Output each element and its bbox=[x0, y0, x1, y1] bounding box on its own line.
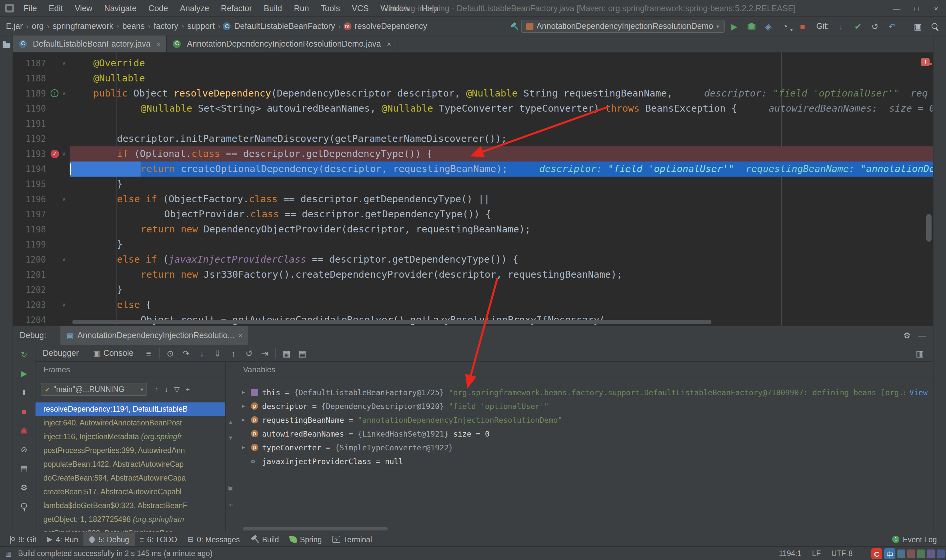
thread-dump-button[interactable]: ▤ bbox=[17, 462, 31, 475]
show-execution-point-icon[interactable]: ⊙ bbox=[162, 346, 178, 360]
toolwindow-button-1-project[interactable]: 1: Project bbox=[2, 35, 10, 56]
toolwindow-button-0-messages[interactable]: ⊟0: Messages bbox=[182, 532, 245, 546]
fold-arrow-icon[interactable]: ∨ bbox=[62, 86, 66, 101]
editor-tab-annotationdependencyinjectionresolutiondemo-java[interactable]: CAnnotationDependencyInjectionResolution… bbox=[167, 35, 398, 52]
scrollbar-thumb[interactable] bbox=[926, 214, 932, 242]
toolwindow-button-4-run[interactable]: ▶4: Run bbox=[42, 532, 83, 546]
debugger-tab-console[interactable]: ▣Console bbox=[86, 345, 141, 361]
mute-breakpoints-button[interactable]: ⊘ bbox=[17, 443, 31, 456]
code-editor[interactable]: 1187∨@Override1188@Nullable1189↑∨public … bbox=[13, 52, 933, 326]
debug-button[interactable] bbox=[744, 19, 758, 34]
code-text[interactable]: } bbox=[69, 282, 933, 297]
next-frame-icon[interactable]: ↓ bbox=[165, 385, 168, 394]
profiler-button[interactable]: ◔▾ bbox=[778, 19, 793, 34]
toolwindow-toggle-icon[interactable]: ▦ bbox=[5, 550, 11, 557]
resume-button[interactable]: ▶ bbox=[17, 367, 31, 380]
history-button[interactable]: ↺ bbox=[868, 19, 882, 34]
stop-button[interactable]: ■ bbox=[795, 19, 810, 34]
previous-frame-icon[interactable]: ↑ bbox=[155, 385, 159, 394]
step-out-icon[interactable]: ↑ bbox=[225, 346, 241, 360]
hide-icon[interactable]: — bbox=[918, 331, 926, 340]
variable-row[interactable]: pautowiredBeanNames = {LinkedHashSet@192… bbox=[235, 427, 933, 440]
variable-row[interactable]: ∞javaxInjectProviderClass = null bbox=[235, 454, 933, 468]
restore-layout-icon[interactable]: ▥ bbox=[912, 346, 928, 360]
debugger-tab-debugger[interactable]: Debugger bbox=[35, 345, 86, 361]
toolwindow-button-2-favorites[interactable]: 2: Favorites bbox=[2, 521, 10, 532]
breadcrumb-item-resolvedependency[interactable]: mresolveDependency bbox=[343, 22, 428, 31]
expander-icon[interactable]: ▶ bbox=[242, 403, 251, 409]
event-log-button[interactable]: 1Event Log bbox=[887, 532, 942, 546]
drop-frame-icon[interactable]: ↺ bbox=[241, 346, 257, 360]
layout-button[interactable]: ▣ bbox=[911, 19, 925, 34]
toolwindow-button-ant[interactable]: Ant bbox=[936, 67, 944, 77]
toolwindow-button-maven[interactable]: Maven bbox=[936, 35, 944, 46]
variable-row[interactable]: ▶pdescriptor = {DependencyDescriptor@192… bbox=[235, 399, 933, 413]
evaluate-expression-icon[interactable]: ▦ bbox=[279, 346, 294, 360]
scroll-down-icon[interactable]: ▼ bbox=[226, 434, 234, 442]
expander-icon[interactable]: ▶ bbox=[242, 389, 251, 395]
variable-row[interactable]: ▶this = {DefaultListableBeanFactory@1725… bbox=[235, 385, 933, 399]
maximize-button[interactable]: □ bbox=[907, 0, 926, 17]
update-project-button[interactable]: ↓ bbox=[834, 19, 848, 34]
view-link[interactable]: View bbox=[909, 388, 928, 397]
settings-icon[interactable]: ⚙ bbox=[903, 331, 911, 340]
fold-arrow-icon[interactable]: ∨ bbox=[62, 56, 66, 71]
code-text[interactable]: else if (ObjectFactory.class == descript… bbox=[69, 192, 933, 207]
force-step-into-icon[interactable]: ⇓ bbox=[210, 346, 225, 360]
encoding-widget[interactable]: UTF-8 bbox=[831, 549, 853, 557]
fold-arrow-icon[interactable]: ∨ bbox=[62, 252, 66, 267]
thread-selector[interactable]: ✔ "main"@...RUNNING ▾ bbox=[41, 383, 147, 396]
pause-button[interactable]: ‖ bbox=[17, 386, 31, 399]
search-everywhere-button[interactable] bbox=[928, 19, 942, 34]
code-text[interactable]: ObjectProvider.class == descriptor.getDe… bbox=[69, 207, 933, 222]
breadcrumb-item-e-jar[interactable]: E.jar bbox=[5, 22, 23, 31]
toolwindow-button-6-todo[interactable]: ≡6: TODO bbox=[134, 532, 182, 546]
filter-frames-icon[interactable]: ▽ bbox=[174, 385, 180, 394]
frame-row[interactable]: getObject:-1, 1827725498 (org.springfram bbox=[35, 513, 225, 526]
code-text[interactable]: } bbox=[69, 177, 933, 192]
run-with-coverage-button[interactable]: ◈ bbox=[761, 19, 775, 34]
frame-row[interactable]: inject:116, InjectionMetadata (org.sprin… bbox=[35, 430, 225, 444]
fold-arrow-icon[interactable]: ∨ bbox=[62, 297, 66, 312]
pin-button[interactable] bbox=[17, 500, 31, 513]
breadcrumb-item-support[interactable]: support bbox=[186, 22, 215, 31]
rerun-button[interactable]: ↻ bbox=[17, 348, 31, 361]
toolwindow-button-9-git[interactable]: 9: Git bbox=[4, 532, 42, 546]
toolwindow-button-5-debug[interactable]: 5: Debug bbox=[83, 532, 134, 546]
code-text[interactable]: @Nullable bbox=[69, 71, 933, 86]
view-breakpoints-button[interactable]: ◉ bbox=[17, 424, 31, 437]
ide-error-indicator-icon[interactable]: ! bbox=[921, 58, 929, 66]
toolwindow-button-build[interactable]: Build bbox=[245, 532, 284, 546]
code-text[interactable]: descriptor.initParameterNameDiscovery(ge… bbox=[69, 131, 933, 146]
code-text[interactable]: @Nullable Set<String> autowiredBeanNames… bbox=[69, 101, 933, 116]
fold-arrow-icon[interactable]: ∨ bbox=[62, 192, 66, 207]
frame-row[interactable]: populateBean:1422, AbstractAutowireCap bbox=[35, 458, 225, 471]
close-icon[interactable]: × bbox=[387, 40, 391, 48]
breadcrumb-item-defaultlistablebeanfactory[interactable]: CDefaultListableBeanFactory bbox=[223, 22, 336, 31]
debug-session-tab[interactable]: ▣ AnnotationDependencyInjectionResolutio… bbox=[61, 326, 249, 345]
build-hammer-icon[interactable] bbox=[510, 22, 518, 31]
breadcrumb-item-factory[interactable]: factory bbox=[153, 22, 179, 31]
menu-edit[interactable]: Edit bbox=[43, 0, 69, 16]
variable-row[interactable]: ▶ptypeConverter = {SimpleTypeConverter@1… bbox=[235, 440, 933, 454]
frame-row[interactable]: doCreateBean:594, AbstractAutowireCapa bbox=[35, 471, 225, 485]
breadcrumb-item-springframework[interactable]: springframework bbox=[52, 22, 114, 31]
code-text[interactable]: } bbox=[69, 237, 933, 252]
rollback-button[interactable]: ↶ bbox=[885, 19, 899, 34]
run-to-cursor-icon[interactable]: ⇥ bbox=[257, 346, 273, 360]
variable-row[interactable]: ▶prequestingBeanName = "annotationDepend… bbox=[235, 413, 933, 427]
code-text[interactable]: public Object resolveDependency(Dependen… bbox=[69, 86, 933, 101]
overrides-method-icon[interactable]: ↑ bbox=[51, 89, 59, 97]
code-text[interactable]: return createOptionalDependency(descript… bbox=[69, 162, 933, 177]
scroll-up-icon[interactable]: ▲ bbox=[226, 418, 234, 426]
run-configuration-select[interactable]: AnnotationDependencyInjectionResolutionD… bbox=[521, 20, 724, 33]
run-button[interactable]: ▶ bbox=[727, 19, 741, 34]
toolwindow-button-7-structure[interactable]: 7: Structure bbox=[2, 56, 10, 66]
commit-button[interactable]: ✔ bbox=[851, 19, 865, 34]
breadcrumb-item-beans[interactable]: beans bbox=[122, 22, 145, 31]
code-text[interactable]: return new Jsr330Factory().createDepende… bbox=[69, 267, 933, 282]
layout-options-icon[interactable]: ≡ bbox=[140, 346, 156, 360]
menu-file[interactable]: File bbox=[18, 0, 43, 16]
code-text[interactable]: else if (javaxInjectProviderClass == des… bbox=[69, 252, 933, 267]
frame-row[interactable]: createBean:517, AbstractAutowireCapabl bbox=[35, 485, 225, 499]
